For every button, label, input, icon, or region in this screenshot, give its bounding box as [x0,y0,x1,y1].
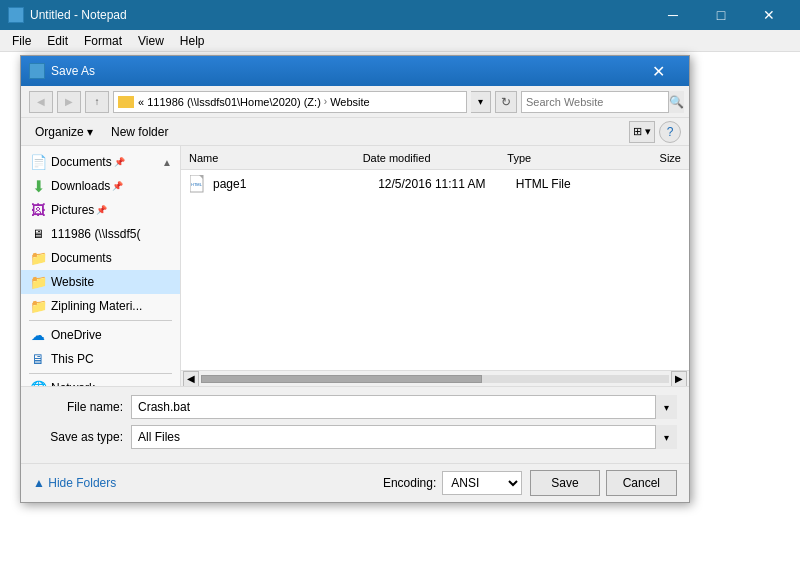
nav-item-label: Ziplining Materi... [51,299,142,313]
savetype-dropdown-button[interactable]: ▾ [655,425,677,449]
notepad-maximize-button[interactable]: □ [698,0,744,30]
thispc-icon: 🖥 [29,352,47,366]
nav-sort-arrow: ▲ [162,157,172,168]
notepad-window-controls: ─ □ ✕ [650,0,792,30]
pictures-icon: 🖼 [29,203,47,217]
pin-icon: 📌 [114,157,125,167]
breadcrumb-path: « 111986 (\\lssdfs01\Home\2020) (Z:) [138,96,321,108]
organize-button[interactable]: Organize ▾ [29,123,99,141]
filename-input-wrap: ▾ [131,395,677,419]
network-expand-arrow: ▾ [167,383,172,387]
scroll-right-button[interactable]: ▶ [671,371,687,387]
dialog-form: File name: ▾ Save as type: ▾ [21,386,689,463]
network-icon: 🌐 [29,381,47,386]
dialog-secondary-toolbar: Organize ▾ New folder ⊞ ▾ ? [21,118,689,146]
savetype-input[interactable] [131,425,677,449]
menu-view[interactable]: View [130,32,172,50]
notepad-title: Untitled - Notepad [30,8,650,22]
save-as-dialog: Save As ✕ ◀ ▶ ↑ « 111986 (\\lssdfs01\Hom… [20,55,690,503]
notepad-minimize-button[interactable]: ─ [650,0,696,30]
nav-item-documents2[interactable]: 📁 Documents [21,246,180,270]
nav-item-network-drive[interactable]: 🖥 111986 (\\lssdf5( [21,222,180,246]
col-date-header[interactable]: Date modified [363,152,508,164]
notepad-titlebar: Untitled - Notepad ─ □ ✕ [0,0,800,30]
file-date: 12/5/2016 11:11 AM [378,177,516,191]
file-name: page1 [213,177,378,191]
new-folder-button[interactable]: New folder [103,123,176,141]
savetype-row: Save as type: ▾ [33,425,677,449]
downloads-icon: ⬇ [29,179,47,193]
scroll-thumb[interactable] [201,375,482,383]
dialog-title: Save As [51,64,635,78]
nav-item-label: This PC [51,352,94,366]
filename-input[interactable] [131,395,677,419]
scroll-track[interactable] [201,375,669,383]
file-type: HTML File [516,177,626,191]
col-name-header[interactable]: Name [189,152,363,164]
table-row[interactable]: HTML page1 12/5/2016 11:11 AM HTML File [181,170,689,198]
nav-item-label: OneDrive [51,328,102,342]
breadcrumb-bar[interactable]: « 111986 (\\lssdfs01\Home\2020) (Z:) › W… [113,91,467,113]
save-button[interactable]: Save [530,470,599,496]
dialog-body: 📄 Documents 📌 ▲ ⬇ Downloads 📌 🖼 Pictures… [21,146,689,386]
refresh-button[interactable]: ↻ [495,91,517,113]
notepad-window: Untitled - Notepad ─ □ ✕ File Edit Forma… [0,0,800,578]
up-button[interactable]: ↑ [85,91,109,113]
cancel-button[interactable]: Cancel [606,470,677,496]
nav-item-network[interactable]: 🌐 Network ▾ [21,376,180,386]
back-button[interactable]: ◀ [29,91,53,113]
menu-help[interactable]: Help [172,32,213,50]
nav-item-onedrive[interactable]: ☁ OneDrive [21,323,180,347]
file-list: HTML page1 12/5/2016 11:11 AM HTML File [181,170,689,370]
svg-text:HTML: HTML [191,182,203,187]
documents-pinned-icon: 📄 [29,155,47,169]
horizontal-scrollbar[interactable]: ◀ ▶ [181,370,689,386]
encoding-dropdown[interactable]: ANSI [442,471,522,495]
forward-button[interactable]: ▶ [57,91,81,113]
notepad-close-button[interactable]: ✕ [746,0,792,30]
onedrive-icon: ☁ [29,328,47,342]
nav-item-label: Network [51,381,95,386]
dialog-footer: ▲ Hide Folders Encoding: ANSI Save Cance… [21,463,689,502]
savetype-label: Save as type: [33,430,123,444]
view-button[interactable]: ⊞ ▾ [629,121,655,143]
nav-item-label: 111986 (\\lssdf5( [51,227,140,241]
nav-item-label: Pictures [51,203,94,217]
documents2-icon: 📁 [29,251,47,265]
hide-folders-label: Hide Folders [48,476,116,490]
col-size-header[interactable]: Size [623,152,681,164]
nav-panel: 📄 Documents 📌 ▲ ⬇ Downloads 📌 🖼 Pictures… [21,146,181,386]
scroll-left-button[interactable]: ◀ [183,371,199,387]
breadcrumb-separator: › [324,96,327,107]
nav-divider-2 [29,373,172,374]
filename-dropdown-button[interactable]: ▾ [655,395,677,419]
menu-file[interactable]: File [4,32,39,50]
col-type-header[interactable]: Type [507,152,623,164]
breadcrumb-folder-icon [118,96,134,108]
hide-folders-button[interactable]: ▲ Hide Folders [33,476,116,490]
search-input[interactable] [522,96,668,108]
dialog-nav-toolbar: ◀ ▶ ↑ « 111986 (\\lssdfs01\Home\2020) (Z… [21,86,689,118]
nav-item-pictures[interactable]: 🖼 Pictures 📌 [21,198,180,222]
nav-item-ziplining[interactable]: 📁 Ziplining Materi... [21,294,180,318]
search-bar: 🔍 [521,91,681,113]
pin-icon-pics: 📌 [96,205,107,215]
help-button[interactable]: ? [659,121,681,143]
notepad-menubar: File Edit Format View Help [0,30,800,52]
file-panel: Name Date modified Type Size HTML [181,146,689,386]
breadcrumb-current: Website [330,96,370,108]
dialog-close-button[interactable]: ✕ [635,56,681,86]
dialog-icon [29,63,45,79]
search-icon-button[interactable]: 🔍 [668,91,684,113]
file-html-icon: HTML [189,176,207,192]
pin-icon-dl: 📌 [112,181,123,191]
nav-divider-1 [29,320,172,321]
nav-item-thispc[interactable]: 🖥 This PC [21,347,180,371]
breadcrumb-dropdown-button[interactable]: ▾ [471,91,491,113]
menu-format[interactable]: Format [76,32,130,50]
menu-edit[interactable]: Edit [39,32,76,50]
network-drive-icon: 🖥 [29,227,47,241]
nav-item-downloads[interactable]: ⬇ Downloads 📌 [21,174,180,198]
nav-item-documents-pinned[interactable]: 📄 Documents 📌 ▲ [21,150,180,174]
nav-item-website[interactable]: 📁 Website [21,270,180,294]
